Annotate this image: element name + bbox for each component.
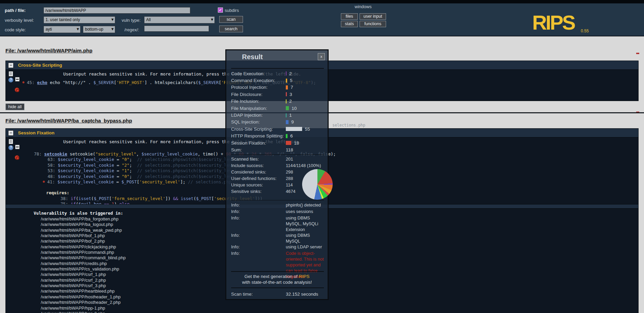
vuln-count-zone: 118 xyxy=(286,147,293,152)
vuln-title: Session Fixation xyxy=(18,130,54,135)
modal-title: Result xyxy=(242,53,263,61)
vuln-count-value: 55 xyxy=(305,127,310,132)
code-token: 'form_security_level' xyxy=(112,196,166,201)
code-token: = xyxy=(114,157,122,162)
triggered-file: /var/www/html/bWAPP/bof_2.php xyxy=(41,238,126,244)
stat-label: Info: xyxy=(231,209,286,214)
vuln-count-value: 6 xyxy=(290,133,293,138)
scan-button[interactable]: scan xyxy=(219,16,243,23)
vuln-count-label: LDAP Injection: xyxy=(231,113,286,118)
traversal-select[interactable]: bottom-up ▾ xyxy=(83,26,115,33)
triggered-file: /var/www/html/bWAPP/commandi_blind.php xyxy=(41,255,126,261)
vuln-count-bar xyxy=(286,113,286,117)
vuln-count-value: 10 xyxy=(292,106,297,111)
stat-value: using LDAP server xyxy=(286,244,325,250)
window-button-user-input[interactable]: user input xyxy=(360,13,386,20)
code-token: . htmlspecialchars( xyxy=(147,80,198,85)
code-token: "1" xyxy=(122,168,129,173)
code-token: ; xyxy=(129,168,137,173)
vuln-count-value: 18 xyxy=(294,141,299,146)
code-token: setcookie( xyxy=(67,151,95,156)
stat-row: Include success:1144/1148 (100%) xyxy=(231,163,325,169)
trace-bullet-icon xyxy=(43,181,45,183)
background-code-fragment: selections.php xyxy=(332,123,365,128)
code-style-select[interactable]: ayti ▾ xyxy=(43,26,81,33)
vuln-count-bar xyxy=(286,106,289,110)
code-token: "0" xyxy=(122,157,129,162)
code-token: $_SERVER xyxy=(93,80,114,85)
hide-all-button[interactable]: hide all xyxy=(5,103,24,110)
review-code-icon[interactable] xyxy=(8,71,13,77)
window-button-files[interactable]: files xyxy=(341,13,358,20)
info-list: Info:phpinfo() detectedInfo:uses session… xyxy=(231,202,325,279)
vuln-count-zone: 10 xyxy=(286,106,297,111)
traversal-value: bottom-up xyxy=(85,27,103,32)
chevron-down-icon: ▾ xyxy=(211,17,213,22)
code-token: $_POST xyxy=(121,179,137,184)
promo-line-1: Get the next generation of RIPS xyxy=(226,274,328,279)
code-token: isset xyxy=(79,196,91,201)
function-link[interactable]: setcookie xyxy=(44,151,67,156)
trace-bullet-icon xyxy=(22,81,24,83)
collapse-icon[interactable]: – xyxy=(8,130,14,136)
vuln-count-bar xyxy=(286,99,286,103)
window-button-stats[interactable]: stats xyxy=(341,21,358,27)
vuln-count-row: Cross-Site Scripting:55 xyxy=(231,126,325,132)
code-token: , time() + xyxy=(198,151,226,156)
help-icon[interactable]: ? xyxy=(8,145,14,150)
vuln-type-select[interactable]: All ▾ xyxy=(144,16,215,23)
code-token: echo xyxy=(47,80,63,85)
triggered-file: /var/www/html/bWAPP/cs_validation.php xyxy=(41,266,126,272)
regex-input[interactable] xyxy=(144,26,209,32)
code-token: "security_level" xyxy=(95,151,136,156)
promo-line-2: with state-of-the-art code analysis! xyxy=(226,279,328,285)
marker xyxy=(636,53,639,54)
code-token: ]) xyxy=(166,196,173,201)
code-token: if xyxy=(71,196,76,201)
line-number: 45: xyxy=(27,80,37,85)
modal-rule xyxy=(231,200,324,200)
vuln-type-label: vuln type: xyxy=(122,18,141,23)
vuln-count-list: Code Execution:2Command Execution:5Proto… xyxy=(231,70,325,153)
vuln-count-row: SQL Injection:9 xyxy=(231,119,325,126)
code-token: $security_level_cookie xyxy=(58,168,114,173)
minimize-icon[interactable] xyxy=(15,145,20,149)
collapse-icon[interactable]: – xyxy=(8,63,14,68)
function-link[interactable]: echo xyxy=(37,80,47,85)
promo-text: Get the next generation of RIPS with sta… xyxy=(226,274,328,285)
vuln-count-zone: 2 xyxy=(286,71,292,76)
requires-label: requires: xyxy=(46,190,69,195)
code-token: "0" xyxy=(122,174,129,179)
modal-rule xyxy=(231,154,324,155)
modal-rule xyxy=(231,287,324,288)
exploit-icon[interactable] xyxy=(15,87,19,92)
code-token: = xyxy=(114,179,122,184)
vuln-count-value: 5 xyxy=(290,78,293,83)
verbosity-select[interactable]: 1. user tainted only ▾ xyxy=(43,16,115,23)
vuln-count-zone: 2 xyxy=(286,99,292,104)
vuln-count-zone: 3 xyxy=(286,92,292,97)
subdirs-checkbox[interactable]: ✔ xyxy=(218,7,223,13)
window-button-functions[interactable]: functions xyxy=(360,21,386,27)
vuln-count-label: SQL Injection: xyxy=(231,119,286,125)
vuln-count-bar xyxy=(286,134,288,138)
stat-label: Info: xyxy=(231,232,286,238)
stat-label: Considered sinks: xyxy=(231,169,286,175)
search-button[interactable]: search xyxy=(219,26,243,32)
code-token: 'security_level' xyxy=(139,179,180,184)
review-code-icon[interactable] xyxy=(8,139,13,144)
vuln-count-row: LDAP Injection:1 xyxy=(231,112,325,118)
triggered-file: /var/www/html/bWAPP/hpp-2.php xyxy=(41,311,126,313)
code-token: $security_level_cookie xyxy=(141,151,198,156)
code-token: ( xyxy=(91,196,94,201)
triggered-file: /var/www/html/bWAPP/bof_1.php xyxy=(41,233,126,238)
code-token: $security_level_cookie xyxy=(58,163,114,168)
close-icon[interactable]: x xyxy=(318,53,325,60)
rips-brand: RIPS xyxy=(299,274,310,279)
line-number: 48: xyxy=(48,174,58,179)
path-input[interactable] xyxy=(43,7,190,14)
vuln-count-value: 118 xyxy=(286,147,293,152)
triggered-file: /var/www/html/bWAPP/clickjacking.php xyxy=(41,244,126,250)
line-number: 53: xyxy=(48,168,58,173)
vuln-count-row: Protocol Injection:7 xyxy=(231,84,325,91)
